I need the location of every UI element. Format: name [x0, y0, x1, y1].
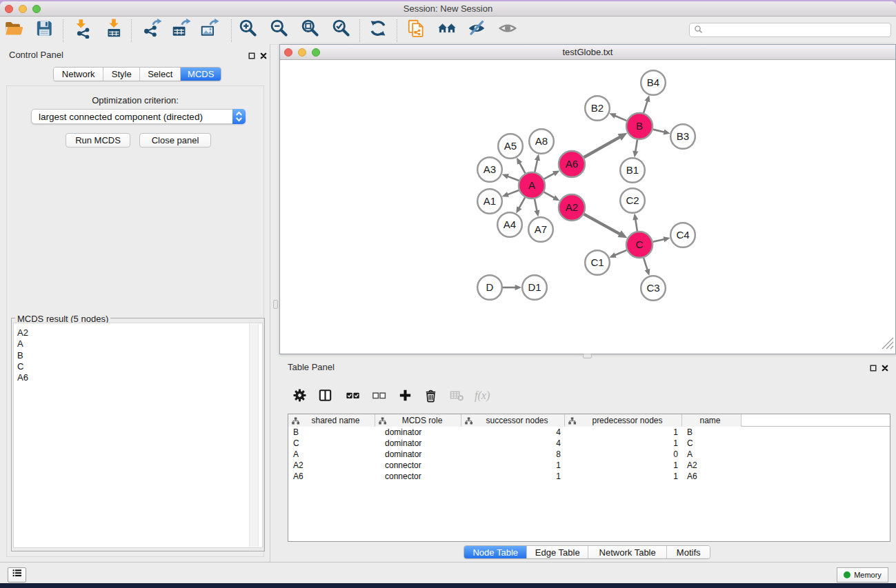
- mcds-result-item[interactable]: C: [14, 361, 247, 372]
- edge-A6-B[interactable]: [584, 137, 620, 158]
- trash-icon: [423, 387, 439, 406]
- cell: dominator: [375, 427, 461, 437]
- edge-A-A5[interactable]: [519, 163, 525, 173]
- edge-A-A3[interactable]: [508, 176, 519, 181]
- task-history-button[interactable]: [8, 567, 26, 582]
- close-panel-icon[interactable]: [259, 52, 268, 60]
- show-eye-button[interactable]: [497, 19, 519, 41]
- column-header-successor-nodes[interactable]: successor nodes: [461, 414, 565, 427]
- resize-grip-icon[interactable]: [881, 336, 895, 353]
- main-titlebar: Session: New Session: [0, 1, 896, 17]
- tab-edge-table[interactable]: Edge Table: [527, 546, 588, 558]
- result-scrollbar[interactable]: [249, 324, 259, 547]
- node-label-A3: A3: [484, 163, 496, 175]
- column-header-MCDS-role[interactable]: MCDS role: [375, 414, 461, 427]
- checked-boxes-button[interactable]: [342, 386, 363, 407]
- export-network-button[interactable]: [141, 19, 163, 41]
- mcds-result-item[interactable]: B: [14, 350, 247, 361]
- save-button[interactable]: [33, 19, 55, 41]
- close-table-panel-icon[interactable]: [881, 364, 889, 372]
- edge-A-A7[interactable]: [535, 199, 537, 212]
- edge-C-C1[interactable]: [615, 250, 626, 255]
- float-panel-icon[interactable]: [248, 52, 256, 60]
- edge-C-C2[interactable]: [635, 219, 637, 231]
- edge-A-A1[interactable]: [508, 190, 519, 194]
- table-row[interactable]: Adominator80A: [288, 449, 890, 460]
- edge-C-C4[interactable]: [653, 239, 665, 242]
- table-row[interactable]: Bdominator41B: [288, 427, 890, 438]
- export-image-button[interactable]: [198, 19, 220, 41]
- edge-A-A2[interactable]: [544, 192, 555, 199]
- mcds-panel: Optimization criterion: largest connecte…: [6, 85, 264, 557]
- tab-node-table[interactable]: Node Table: [464, 546, 527, 558]
- memory-button[interactable]: Memory: [837, 567, 888, 582]
- cell: A2: [288, 460, 375, 470]
- edge-A-A6[interactable]: [544, 173, 555, 179]
- tab-mcds[interactable]: MCDS: [181, 68, 221, 81]
- gear-button[interactable]: [289, 386, 310, 407]
- zoom-selected-button[interactable]: [330, 19, 352, 41]
- edge-B-B2[interactable]: [615, 116, 626, 121]
- delete-table-button: [446, 386, 467, 407]
- close-panel-button[interactable]: Close panel: [139, 133, 211, 148]
- edge-A-A4[interactable]: [519, 197, 525, 208]
- table-row[interactable]: Cdominator41C: [288, 438, 890, 449]
- edge-B-B1[interactable]: [635, 140, 637, 152]
- node-table: shared nameMCDS rolesuccessor nodesprede…: [288, 414, 890, 542]
- tab-network-table[interactable]: Network Table: [588, 546, 667, 558]
- search-input[interactable]: [706, 25, 890, 36]
- import-table-button[interactable]: [103, 19, 125, 41]
- edge-B-B3[interactable]: [653, 130, 664, 132]
- tab-select[interactable]: Select: [140, 68, 181, 81]
- edge-C-C3[interactable]: [644, 258, 648, 270]
- cell: 1: [565, 472, 682, 481]
- node-label-C2: C2: [626, 194, 639, 206]
- homes-icon: [437, 18, 457, 41]
- horizontal-splitter-handle[interactable]: [583, 354, 592, 358]
- mcds-result-item[interactable]: A6: [14, 372, 247, 383]
- tab-network[interactable]: Network: [54, 68, 103, 81]
- export-table-button[interactable]: [170, 19, 192, 41]
- import-network-button[interactable]: [72, 19, 94, 41]
- table-toolbar: f(x): [279, 385, 896, 408]
- hide-eye-button[interactable]: [466, 19, 488, 41]
- mcds-result-item[interactable]: A2: [14, 327, 247, 338]
- edge-A2-C[interactable]: [584, 214, 620, 234]
- homes-button[interactable]: [436, 19, 458, 41]
- run-mcds-button[interactable]: Run MCDS: [66, 133, 130, 148]
- network-window: testGlobe.txt B4B2BB3A8A5A6A3B1AA1C2A2A4…: [279, 44, 896, 354]
- duplicate-network-button[interactable]: [405, 19, 427, 41]
- edge-A-A8[interactable]: [535, 160, 537, 172]
- network-graph[interactable]: B4B2BB3A8A5A6A3B1AA1C2A2A4A7C4CC1C3DD1: [280, 60, 895, 354]
- trash-button[interactable]: [420, 386, 441, 407]
- node-label-A2: A2: [566, 201, 578, 213]
- fx-button: f(x): [474, 386, 495, 407]
- cell: dominator: [375, 449, 461, 459]
- tab-style[interactable]: Style: [103, 68, 140, 81]
- cell: A: [288, 449, 375, 459]
- columns-button[interactable]: [315, 386, 335, 407]
- plus-button[interactable]: [395, 386, 415, 407]
- fx-icon: f(x): [472, 387, 496, 406]
- arrowhead-C-C4: [663, 236, 670, 242]
- unchecked-boxes-button[interactable]: [368, 386, 389, 407]
- column-header-predecessor-nodes[interactable]: predecessor nodes: [565, 414, 682, 427]
- export-table-icon: [170, 18, 191, 41]
- column-header-shared-name[interactable]: shared name: [288, 414, 375, 427]
- column-header-name[interactable]: name: [682, 414, 741, 427]
- criterion-dropdown[interactable]: largest connected component (directed): [31, 109, 246, 124]
- open-button[interactable]: [3, 19, 25, 41]
- node-label-B2: B2: [591, 102, 604, 114]
- refresh-button[interactable]: [367, 19, 389, 41]
- zoom-fit-button[interactable]: [299, 19, 321, 41]
- mcds-result-item[interactable]: A: [14, 338, 247, 349]
- vertical-splitter-handle[interactable]: [273, 300, 278, 309]
- edge-B-B4[interactable]: [644, 101, 648, 113]
- tab-motifs[interactable]: Motifs: [667, 546, 710, 558]
- zoom-out-button[interactable]: [268, 19, 290, 41]
- zoom-in-button[interactable]: [237, 19, 259, 41]
- table-row[interactable]: A6connector11A6: [288, 471, 890, 482]
- tree-icon: [568, 417, 576, 425]
- table-row[interactable]: A2connector11A2: [288, 460, 890, 471]
- float-table-panel-icon[interactable]: [869, 364, 877, 372]
